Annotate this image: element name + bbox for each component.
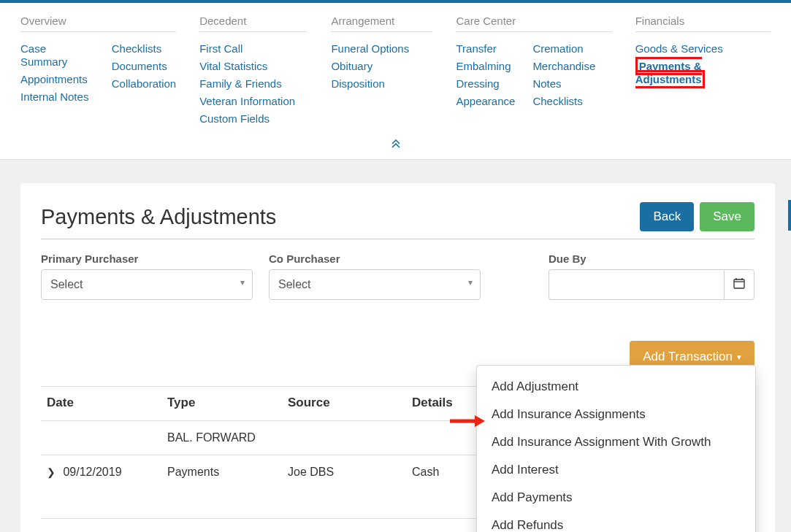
nav-link-payments-adjustments[interactable]: Payments & Adjustments xyxy=(635,57,706,88)
cell-date: 09/12/2019 xyxy=(63,466,121,478)
nav-link-family-friends[interactable]: Family & Friends xyxy=(199,77,282,90)
cell-source xyxy=(282,421,406,455)
nav-link-merchandise[interactable]: Merchandise xyxy=(532,60,595,72)
due-by-label: Due By xyxy=(549,252,754,265)
nav-link-cremation[interactable]: Cremation xyxy=(532,42,583,55)
co-purchaser-value: Select xyxy=(278,278,310,291)
save-button[interactable]: Save xyxy=(700,202,754,231)
dropdown-item-add-adjustment[interactable]: Add Adjustment xyxy=(477,373,755,401)
nav-link-goods-services[interactable]: Goods & Services xyxy=(635,42,723,55)
right-edge-accent xyxy=(788,200,791,231)
expand-row-icon[interactable]: ❯ xyxy=(47,466,57,478)
page-title: Payments & Adjustments xyxy=(41,205,640,229)
nav-link-internal-notes[interactable]: Internal Notes xyxy=(20,90,88,103)
dropdown-item-add-insurance-assignments[interactable]: Add Insurance Assignments xyxy=(477,401,755,428)
primary-purchaser-label: Primary Purchaser xyxy=(41,252,253,265)
nav-link-embalming[interactable]: Embalming xyxy=(456,60,511,72)
cell-type: BAL. FORWARD xyxy=(161,421,282,455)
nav-header-decedent: Decedent xyxy=(199,15,307,32)
cell-date xyxy=(41,421,161,455)
chevron-down-icon: ▾ xyxy=(240,277,245,288)
due-by-input[interactable] xyxy=(549,269,724,300)
nav-link-disposition[interactable]: Disposition xyxy=(331,77,384,90)
cell-source: Joe DBS xyxy=(282,455,406,490)
col-type: Type xyxy=(161,387,282,421)
calendar-button[interactable] xyxy=(724,269,754,300)
collapse-nav-icon[interactable] xyxy=(0,136,791,159)
nav-link-veteran-info[interactable]: Veteran Information xyxy=(199,95,295,107)
nav-link-collaboration[interactable]: Collaboration xyxy=(112,77,176,90)
dropdown-item-add-refunds[interactable]: Add Refunds xyxy=(477,512,755,532)
chevron-down-icon: ▾ xyxy=(468,277,473,288)
nav-link-funeral-options[interactable]: Funeral Options xyxy=(331,42,409,55)
nav-link-appearance[interactable]: Appearance xyxy=(456,95,515,107)
nav-link-dressing[interactable]: Dressing xyxy=(456,77,499,90)
dropdown-item-add-payments[interactable]: Add Payments xyxy=(477,484,755,512)
nav-link-notes[interactable]: Notes xyxy=(532,77,561,90)
nav-header-overview: Overview xyxy=(20,15,176,32)
col-date: Date xyxy=(41,387,161,421)
add-transaction-label: Add Transaction xyxy=(643,350,733,364)
nav-link-vital-statistics[interactable]: Vital Statistics xyxy=(199,60,267,72)
top-navigation: Overview Case Summary Appointments Inter… xyxy=(0,3,791,136)
back-button[interactable]: Back xyxy=(640,202,694,231)
nav-link-checklists-care[interactable]: Checklists xyxy=(532,95,582,107)
primary-purchaser-value: Select xyxy=(50,278,83,291)
co-purchaser-label: Co Purchaser xyxy=(269,252,481,265)
nav-header-financials: Financials xyxy=(635,15,771,32)
co-purchaser-select[interactable]: Select ▾ xyxy=(269,269,481,300)
add-transaction-dropdown: Add Adjustment Add Insurance Assignments… xyxy=(476,365,756,532)
caret-down-icon: ▾ xyxy=(737,352,741,362)
nav-link-custom-fields[interactable]: Custom Fields xyxy=(199,112,270,125)
primary-purchaser-select[interactable]: Select ▾ xyxy=(41,269,253,300)
nav-link-case-summary[interactable]: Case Summary xyxy=(20,42,67,68)
nav-link-transfer[interactable]: Transfer xyxy=(456,42,496,55)
dropdown-item-add-insurance-assignment-growth[interactable]: Add Insurance Assignment With Growth xyxy=(477,428,755,456)
nav-link-checklists[interactable]: Checklists xyxy=(112,42,161,55)
col-source: Source xyxy=(282,387,406,421)
nav-header-care-center: Care Center xyxy=(456,15,611,32)
nav-link-appointments[interactable]: Appointments xyxy=(20,73,88,85)
nav-link-obituary[interactable]: Obituary xyxy=(331,60,372,72)
nav-header-arrangement: Arrangement xyxy=(331,15,432,32)
nav-link-first-call[interactable]: First Call xyxy=(199,42,242,55)
cell-type: Payments xyxy=(161,455,282,490)
nav-link-documents[interactable]: Documents xyxy=(112,60,167,72)
dropdown-item-add-interest[interactable]: Add Interest xyxy=(477,456,755,484)
svg-rect-0 xyxy=(734,280,744,288)
calendar-icon xyxy=(733,277,745,292)
